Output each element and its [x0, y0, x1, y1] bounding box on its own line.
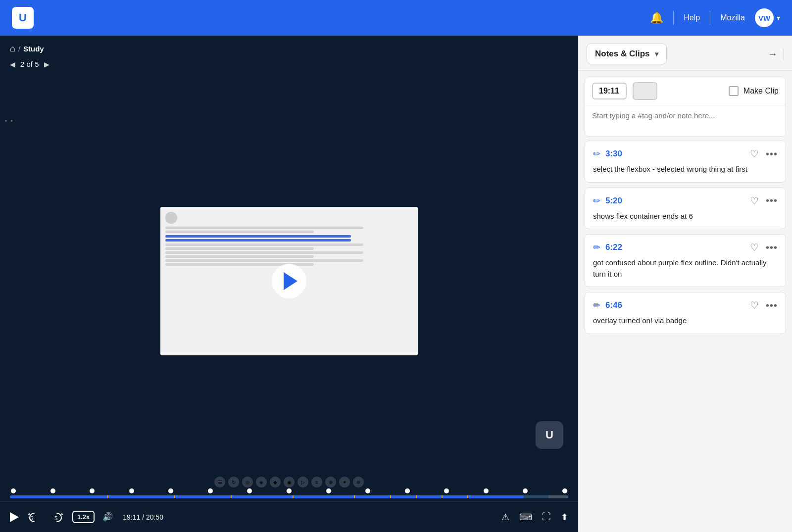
progress-dot [365, 488, 370, 493]
note-more-button[interactable]: ••• [766, 242, 778, 253]
play-button[interactable] [272, 264, 306, 298]
next-video-button[interactable]: ▶ [44, 60, 50, 68]
note-timestamp[interactable]: 5:20 [605, 196, 622, 206]
overlay-icon-9[interactable]: ⊕ [325, 477, 336, 487]
progress-bar[interactable] [10, 495, 568, 498]
note-card-left: ✏ 5:20 [593, 195, 622, 206]
overlay-icon-4[interactable]: ◈ [256, 477, 267, 487]
progress-tick [174, 495, 175, 498]
note-text: select the flexbox - selected wrong thin… [593, 164, 778, 175]
overlay-icon-7[interactable]: ▷ [297, 477, 308, 487]
note-more-button[interactable]: ••• [766, 300, 778, 311]
note-like-button[interactable]: ♡ [750, 242, 759, 253]
play-pause-button[interactable] [10, 512, 19, 522]
note-edit-icon[interactable]: ✏ [593, 242, 600, 253]
progress-dot [326, 488, 331, 493]
progress-tick [390, 495, 391, 498]
overlay-icon-1[interactable]: ☰ [214, 477, 225, 487]
note-textarea[interactable] [585, 105, 786, 134]
progress-dot [90, 488, 95, 493]
overlay-icon-11[interactable]: ⊛ [353, 477, 364, 487]
skip-back-button[interactable]: 5 [27, 510, 42, 525]
breadcrumb: ⌂ / Study [0, 36, 578, 58]
progress-dot [287, 488, 292, 493]
playback-speed-button[interactable]: 1.2x [72, 511, 95, 523]
skip-forward-button[interactable]: 5 [50, 510, 64, 525]
note-timestamp[interactable]: 6:22 [605, 242, 622, 252]
svg-marker-3 [61, 513, 63, 515]
note-card-left: ✏ 6:46 [593, 300, 622, 311]
overlay-icons-row: ☰ ↻ ◎ ◈ ◆ ◉ ▷ ≡ ⊕ ✦ ⊛ [214, 477, 364, 487]
progress-dot [208, 488, 213, 493]
note-input-area: 19:11 Make Clip [585, 77, 786, 137]
note-text: shows flex container ends at 6 [593, 211, 778, 222]
note-like-button[interactable]: ♡ [750, 195, 759, 207]
progress-dot [405, 488, 410, 493]
breadcrumb-separator: / [18, 45, 20, 53]
controls-bar: 5 5 1.2x 🔊 19:11 / 20:50 [0, 501, 578, 532]
volume-icon[interactable]: 🔊 [102, 512, 113, 522]
note-timestamp[interactable]: 3:30 [605, 149, 622, 159]
u-badge-overlay[interactable]: U [536, 421, 563, 449]
overlay-icon-2[interactable]: ↻ [228, 477, 239, 487]
app-logo[interactable]: U [12, 7, 34, 29]
main-content: ⌂ / Study ◀ 2 of 5 ▶ • • [0, 36, 792, 532]
note-card-actions: ♡ ••• [750, 242, 778, 253]
overlay-icon-6[interactable]: ◉ [284, 477, 295, 487]
right-panel: Notes & Clips ▾ → 19:11 Make Clip [578, 36, 792, 532]
video-position: 2 of 5 [20, 60, 39, 68]
overlay-icon-5[interactable]: ◆ [270, 477, 281, 487]
video-area: ⌂ / Study ◀ 2 of 5 ▶ • • [0, 36, 578, 532]
warning-icon[interactable]: ⚠ [501, 512, 509, 523]
overlay-icon-8[interactable]: ≡ [311, 477, 322, 487]
note-card-header: ✏ 3:30 ♡ ••• [593, 148, 778, 160]
current-time-display: 19:11 / 20:50 [123, 513, 163, 521]
fullscreen-icon[interactable]: ⛶ [542, 512, 551, 522]
progress-tick [107, 495, 108, 498]
note-card-actions: ♡ ••• [750, 299, 778, 311]
note-like-button[interactable]: ♡ [750, 148, 759, 160]
note-text: overlay turned on! via badge [593, 315, 778, 327]
progress-remaining [548, 495, 568, 498]
note-card: ✏ 3:30 ♡ ••• select the flexbox - select… [585, 141, 786, 183]
note-end-timestamp [633, 82, 657, 100]
note-like-button[interactable]: ♡ [750, 299, 759, 311]
make-clip-checkbox[interactable] [729, 86, 739, 96]
note-edit-icon[interactable]: ✏ [593, 195, 600, 206]
progress-dot [562, 488, 567, 493]
user-menu-chevron-icon[interactable]: ▾ [777, 14, 780, 22]
nav-divider-2 [710, 11, 710, 25]
note-card-header: ✏ 5:20 ♡ ••• [593, 195, 778, 207]
note-timestamp[interactable]: 6:46 [605, 300, 622, 310]
note-edit-icon[interactable]: ✏ [593, 300, 600, 311]
progress-tick [467, 495, 468, 498]
video-viewport: • • [0, 73, 578, 488]
prev-video-button[interactable]: ◀ [10, 60, 15, 68]
keyboard-icon[interactable]: ⌨ [519, 512, 532, 523]
play-icon [10, 512, 19, 522]
note-text: got confused about purple flex outline. … [593, 257, 778, 280]
progress-dot [11, 488, 16, 493]
progress-dot-markers [10, 488, 568, 493]
breadcrumb-study[interactable]: Study [23, 45, 44, 53]
overlay-icon-10[interactable]: ✦ [339, 477, 350, 487]
avatar[interactable]: VW [755, 8, 774, 27]
note-edit-icon[interactable]: ✏ [593, 148, 600, 159]
note-more-button[interactable]: ••• [766, 148, 778, 160]
overlay-icon-3[interactable]: ◎ [242, 477, 253, 487]
notes-clips-button[interactable]: Notes & Clips ▾ [587, 44, 667, 64]
note-more-button[interactable]: ••• [766, 195, 778, 206]
help-link[interactable]: Help [684, 13, 700, 22]
notification-bell-icon[interactable]: 🔔 [650, 11, 663, 24]
video-thumbnail[interactable] [160, 207, 418, 355]
share-icon[interactable]: ⬆ [561, 512, 568, 523]
note-card-header: ✏ 6:22 ♡ ••• [593, 242, 778, 253]
panel-forward-icon[interactable]: → [768, 48, 778, 60]
progress-tick [231, 495, 232, 498]
notes-clips-label: Notes & Clips [595, 49, 650, 59]
notes-list: ✏ 3:30 ♡ ••• select the flexbox - select… [579, 141, 792, 532]
home-icon[interactable]: ⌂ [10, 44, 15, 54]
note-card: ✏ 6:22 ♡ ••• got confused about purple f… [585, 234, 786, 287]
progress-tick [416, 495, 417, 498]
top-navigation: U 🔔 Help Mozilla VW ▾ [0, 0, 792, 36]
